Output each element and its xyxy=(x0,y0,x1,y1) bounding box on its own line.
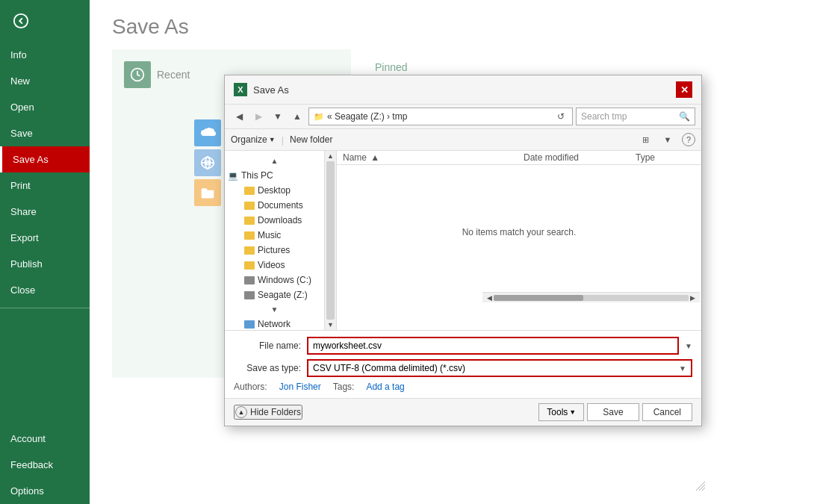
tree-item-windowsc[interactable]: Windows (C:) xyxy=(225,273,324,287)
filename-label: File name: xyxy=(234,340,301,351)
network-icon-tree xyxy=(244,320,255,329)
drive-icon-z xyxy=(244,291,255,299)
col-type[interactable]: Type xyxy=(636,152,695,163)
filename-row: File name: ▼ xyxy=(234,337,692,355)
tree-item-downloads[interactable]: Downloads xyxy=(225,213,324,228)
tree-item-documents[interactable]: Documents xyxy=(225,198,324,213)
new-folder-button[interactable]: New folder xyxy=(290,134,332,145)
view-toggle-button[interactable]: ⊞ xyxy=(637,131,653,148)
tree-label-windowsc: Windows (C:) xyxy=(258,275,311,285)
sidebar-item-close[interactable]: Close xyxy=(0,277,90,303)
tree-scroll-up[interactable]: ▲ xyxy=(225,154,324,168)
tree-and-scroll: ▲ 💻 This PC Desktop Documents xyxy=(225,151,336,330)
dialog-form: File name: ▼ Save as type: CSV UTF-8 (Co… xyxy=(225,330,701,398)
tree-label-pictures: Pictures xyxy=(258,245,290,255)
save-as-dialog: X Save As ✕ ◀ ▶ ▼ ▲ 📁 « Seagate (Z:) › t… xyxy=(224,75,702,426)
filename-input[interactable] xyxy=(307,337,679,355)
tree-label-seagatez: Seagate (Z:) xyxy=(258,290,308,300)
filename-dropdown-btn[interactable]: ▼ xyxy=(685,342,692,350)
savetype-select[interactable]: CSV UTF-8 (Comma delimited) (*.csv) ▼ xyxy=(307,359,692,377)
hscroll-left-btn[interactable]: ◀ xyxy=(485,294,494,302)
col-date[interactable]: Date modified xyxy=(524,152,636,163)
sidebar-item-new[interactable]: New xyxy=(0,68,90,94)
sidebar-item-export[interactable]: Export xyxy=(0,225,90,251)
sidebar-item-options[interactable]: Options xyxy=(0,478,90,504)
authors-value[interactable]: Jon Fisher xyxy=(279,382,321,392)
address-refresh-button[interactable]: ↺ xyxy=(554,110,568,123)
svg-line-6 xyxy=(702,488,705,491)
tree-vscrollbar[interactable]: ▲ ▼ xyxy=(324,151,336,330)
hscroll-thumb[interactable] xyxy=(494,295,583,301)
search-icon: 🔍 xyxy=(679,111,690,122)
search-placeholder: Search tmp xyxy=(581,111,676,122)
nav-dropdown-button[interactable]: ▼ xyxy=(270,108,286,125)
tree-item-network[interactable]: Network xyxy=(225,317,324,330)
nav-up-button[interactable]: ▲ xyxy=(289,108,305,125)
organize-arrow: ▼ xyxy=(269,136,276,143)
tree-item-thispc[interactable]: 💻 This PC xyxy=(225,168,324,183)
folder-icon-desktop xyxy=(244,187,255,195)
sidebar-item-info[interactable]: Info xyxy=(0,42,90,68)
folder-icon-pictures xyxy=(244,246,255,255)
hide-folders-arrow-icon: ▲ xyxy=(235,406,247,418)
sidebar-item-share[interactable]: Share xyxy=(0,199,90,225)
tree-label-thispc: This PC xyxy=(241,170,273,181)
organize-button[interactable]: Organize ▼ xyxy=(231,134,276,145)
tree-item-desktop[interactable]: Desktop xyxy=(225,183,324,198)
svg-line-5 xyxy=(699,485,705,491)
hide-folders-button[interactable]: ▲ Hide Folders xyxy=(234,405,302,420)
tree-item-videos[interactable]: Videos xyxy=(225,258,324,273)
tools-button[interactable]: Tools ▼ xyxy=(538,403,584,421)
nav-back-button[interactable]: ◀ xyxy=(231,108,247,125)
dialog-close-button[interactable]: ✕ xyxy=(676,81,692,98)
resize-grip[interactable] xyxy=(696,482,705,491)
sidebar-item-publish[interactable]: Publish xyxy=(0,251,90,277)
add-tag-button[interactable]: Add a tag xyxy=(366,382,404,392)
dialog-body: ▲ 💻 This PC Desktop Documents xyxy=(225,151,701,330)
vscroll-up-btn[interactable]: ▲ xyxy=(325,151,336,161)
sidebar-item-feedback[interactable]: Feedback xyxy=(0,452,90,478)
savetype-arrow: ▼ xyxy=(679,364,686,373)
sidebar-item-saveas[interactable]: Save As xyxy=(0,146,90,172)
nav-forward-button[interactable]: ▶ xyxy=(250,108,267,125)
tree-scroll-down[interactable]: ▼ xyxy=(225,302,324,317)
savetype-value: CSV UTF-8 (Comma delimited) (*.csv) xyxy=(313,363,465,373)
address-bar[interactable]: 📁 « Seagate (Z:) › tmp ↺ xyxy=(308,108,573,125)
tree-label-music: Music xyxy=(258,230,281,240)
tree-container: ▲ 💻 This PC Desktop Documents xyxy=(225,151,337,330)
sidebar-item-account[interactable]: Account xyxy=(0,426,90,452)
back-button[interactable] xyxy=(6,6,36,36)
dialog-titlebar: X Save As ✕ xyxy=(225,75,701,105)
search-bar[interactable]: Search tmp 🔍 xyxy=(576,108,695,125)
excel-icon: X xyxy=(234,83,247,96)
folder-icon-documents xyxy=(244,202,255,210)
sidebar-item-save[interactable]: Save xyxy=(0,120,90,146)
col-name[interactable]: Name ▲ xyxy=(343,152,524,163)
vscroll-down-btn[interactable]: ▼ xyxy=(325,320,336,330)
dialog-toolbar: Organize ▼ | New folder ⊞ ▼ ? xyxy=(225,129,701,151)
sidebar-item-print[interactable]: Print xyxy=(0,172,90,199)
form-meta-row: Authors: Jon Fisher Tags: Add a tag xyxy=(234,382,692,392)
tree-panel: ▲ 💻 This PC Desktop Documents xyxy=(225,151,324,330)
hscroll-right-btn[interactable]: ▶ xyxy=(689,294,697,302)
tree-item-pictures[interactable]: Pictures xyxy=(225,243,324,258)
vscroll-thumb[interactable] xyxy=(326,161,335,320)
tree-item-music[interactable]: Music xyxy=(225,228,324,243)
tree-label-desktop: Desktop xyxy=(258,185,291,196)
help-button[interactable]: ? xyxy=(682,133,695,146)
cancel-button[interactable]: Cancel xyxy=(642,403,692,421)
hscrollbar[interactable]: ◀ ▶ xyxy=(482,292,700,302)
col-name-label: Name xyxy=(343,152,367,163)
tools-label: Tools xyxy=(547,407,568,417)
save-button[interactable]: Save xyxy=(587,403,639,421)
dialog-title-left: X Save As xyxy=(234,83,289,96)
tree-label-documents: Documents xyxy=(258,200,303,211)
hide-folders-label: Hide Folders xyxy=(250,407,301,417)
file-list-header: Name ▲ Date modified Type xyxy=(337,151,701,165)
file-list-panel: Name ▲ Date modified Type No items match… xyxy=(337,151,701,330)
drive-icon-c xyxy=(244,276,255,284)
tree-item-seagatez[interactable]: Seagate (Z:) xyxy=(225,287,324,302)
tree-label-network: Network xyxy=(258,319,291,329)
view-dropdown-button[interactable]: ▼ xyxy=(659,131,676,148)
sidebar-item-open[interactable]: Open xyxy=(0,94,90,120)
